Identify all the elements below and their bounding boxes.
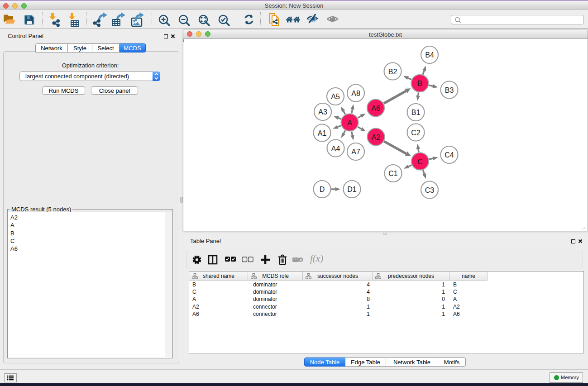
svg-text:A: A (347, 119, 352, 127)
svg-text:A6: A6 (371, 105, 380, 112)
svg-text:D: D (320, 186, 325, 193)
svg-text:C3: C3 (425, 186, 435, 194)
svg-text:C4: C4 (445, 151, 454, 159)
svg-text:A5: A5 (331, 93, 340, 100)
svg-text:A4: A4 (331, 145, 340, 152)
svg-text:A7: A7 (351, 148, 360, 156)
svg-text:B1: B1 (411, 109, 421, 116)
svg-text:B: B (417, 80, 422, 87)
svg-text:C2: C2 (411, 129, 421, 137)
svg-text:B2: B2 (388, 68, 397, 76)
svg-text:A8: A8 (351, 90, 360, 97)
svg-text:B4: B4 (425, 51, 434, 59)
svg-text:C1: C1 (388, 170, 398, 177)
svg-text:C: C (417, 158, 423, 166)
svg-text:A1: A1 (318, 129, 327, 137)
svg-text:A3: A3 (318, 108, 327, 116)
svg-text:A2: A2 (372, 133, 381, 141)
svg-text:B3: B3 (445, 86, 454, 94)
svg-text:D1: D1 (347, 186, 357, 193)
